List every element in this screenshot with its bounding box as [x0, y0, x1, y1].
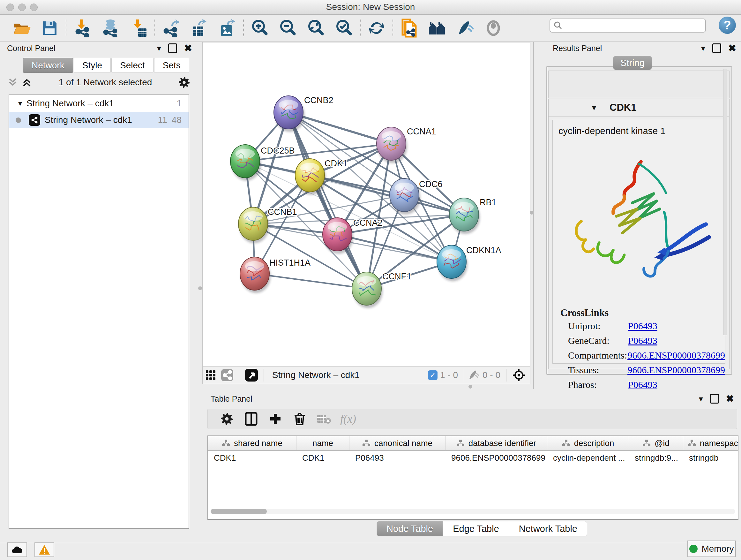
refresh-style-button[interactable] — [362, 17, 391, 39]
node-CDC6[interactable]: CDC6 — [390, 179, 443, 214]
import-network-from-database-button[interactable] — [96, 17, 125, 39]
tab-network[interactable]: Network — [23, 58, 73, 73]
node-CCNB1[interactable]: CCNB1 — [239, 207, 297, 243]
node-table[interactable]: shared name name canonical name database… — [207, 435, 738, 520]
delete-column-button[interactable] — [287, 410, 312, 428]
tab-network-table[interactable]: Network Table — [509, 521, 587, 537]
import-table-from-file-button[interactable] — [125, 17, 152, 39]
column-header[interactable]: shared name — [208, 436, 296, 450]
network-graph[interactable]: CCNB2CCNA1CDC25BCDK1CDC6RB1CCNB1CCNA2CDK… — [203, 43, 530, 366]
tissues-link[interactable]: 9606.ENSP00000378699 — [627, 365, 725, 375]
search-input[interactable] — [563, 20, 705, 31]
add-column-button[interactable] — [263, 410, 287, 428]
node-CDK1[interactable]: CDK1 — [295, 159, 347, 195]
zoom-window-button[interactable] — [30, 3, 38, 11]
panel-close-icon[interactable]: ✖ — [726, 394, 734, 403]
panel-float-icon[interactable] — [710, 394, 719, 403]
tab-sets[interactable]: Sets — [154, 58, 189, 73]
genecard-link[interactable]: P06493 — [628, 335, 657, 346]
node-HIST1H1A[interactable]: HIST1H1A — [240, 257, 311, 293]
warning-icon — [39, 545, 50, 555]
column-header[interactable]: database identifier — [446, 436, 547, 450]
zoom-in-button[interactable] — [246, 17, 274, 39]
tab-edge-table[interactable]: Edge Table — [443, 521, 509, 537]
panel-close-icon[interactable]: ✖ — [728, 44, 736, 53]
show-all-button[interactable] — [479, 17, 508, 39]
collection-count: 1 — [177, 98, 182, 109]
help-button[interactable]: ? — [719, 17, 736, 34]
panel-menu-icon[interactable]: ▾ — [701, 44, 705, 53]
toolbar-separator — [243, 19, 244, 37]
network-canvas[interactable]: CCNB2CCNA1CDC25BCDK1CDC6RB1CCNB1CCNA2CDK… — [202, 42, 530, 366]
splitter-handle[interactable] — [198, 287, 202, 290]
results-scrollbar[interactable] — [723, 69, 727, 335]
table-tabs: Node Table Edge Table Network Table — [377, 521, 587, 537]
right-splitter[interactable] — [530, 42, 533, 366]
navbar-separator — [506, 369, 507, 381]
zoom-fit-button[interactable] — [302, 17, 330, 39]
tree-expander-icon[interactable]: ▾ — [18, 99, 22, 108]
expand-all-icon[interactable] — [22, 78, 32, 87]
open-session-button[interactable] — [8, 17, 36, 39]
show-column-button[interactable] — [239, 410, 263, 428]
column-header[interactable]: @id — [629, 436, 683, 450]
cloud-status-button[interactable] — [7, 543, 27, 557]
selected-checkbox-icon[interactable]: ✓ — [428, 370, 437, 380]
panel-close-icon[interactable]: ✖ — [184, 44, 192, 53]
tab-node-table[interactable]: Node Table — [377, 521, 443, 537]
close-window-button[interactable] — [6, 3, 14, 11]
column-header[interactable]: canonical name — [349, 436, 446, 450]
panel-menu-icon[interactable]: ▾ — [157, 44, 161, 53]
zoom-out-button[interactable] — [274, 17, 302, 39]
uniprot-link[interactable]: P06493 — [628, 320, 657, 331]
gear-icon[interactable] — [178, 76, 190, 88]
node-CDKN1A[interactable]: CDKN1A — [437, 245, 501, 281]
tab-string[interactable]: String — [613, 56, 652, 70]
grid-view-button[interactable] — [205, 370, 216, 381]
zoom-out-icon — [279, 19, 297, 37]
section-expander-icon[interactable]: ▾ — [592, 103, 596, 113]
warnings-button[interactable] — [35, 543, 54, 557]
hidden-eye-icon[interactable] — [467, 370, 480, 381]
new-network-from-selection-button[interactable] — [395, 17, 423, 39]
export-table-button[interactable] — [185, 17, 213, 39]
compartments-link[interactable]: 9606.ENSP00000378699 — [627, 350, 725, 361]
zoom-fit-icon — [307, 19, 325, 37]
memory-button[interactable]: Memory — [687, 541, 736, 557]
hide-selected-button[interactable] — [451, 17, 479, 39]
birds-eye-view-button[interactable] — [512, 368, 526, 382]
column-header[interactable]: name — [296, 436, 349, 450]
table-settings-button[interactable] — [215, 410, 239, 428]
export-network-button[interactable] — [157, 17, 185, 39]
splitter-handle[interactable] — [468, 385, 472, 388]
minimize-window-button[interactable] — [18, 3, 26, 11]
function-builder-button[interactable]: f(x) — [336, 410, 360, 428]
save-session-button[interactable] — [36, 17, 64, 39]
panel-float-icon[interactable] — [712, 44, 721, 53]
column-header[interactable]: description — [547, 436, 629, 450]
table-horizontal-scrollbar[interactable] — [211, 509, 735, 514]
table-row[interactable]: CDK1 CDK1 P06493 9606.ENSP00000378699 cy… — [208, 451, 738, 465]
node-count: 11 — [158, 115, 167, 125]
delete-table-button[interactable] — [312, 410, 336, 428]
network-row[interactable]: String Network – cdk1 11 48 — [9, 112, 189, 128]
first-neighbors-button[interactable] — [423, 17, 451, 39]
pharos-link[interactable]: P06493 — [628, 379, 657, 390]
open-in-window-button[interactable] — [245, 369, 258, 381]
scrollbar-thumb[interactable] — [211, 509, 267, 514]
gene-section-header[interactable]: ▾ CDK1 — [549, 99, 729, 117]
selected-counts: 1 - 0 — [440, 370, 458, 380]
tab-style[interactable]: Style — [74, 58, 111, 73]
import-network-from-file-button[interactable] — [68, 17, 96, 39]
panel-float-icon[interactable] — [168, 44, 177, 53]
column-header[interactable]: namespace — [683, 436, 738, 450]
node-RB1[interactable]: RB1 — [449, 198, 496, 234]
network-style-button[interactable] — [221, 369, 233, 381]
export-image-button[interactable] — [213, 17, 241, 39]
panel-menu-icon[interactable]: ▾ — [699, 394, 703, 404]
network-collection-row[interactable]: ▾ String Network – cdk1 1 — [9, 95, 189, 112]
left-splitter[interactable] — [198, 42, 202, 543]
tab-select[interactable]: Select — [111, 58, 153, 73]
collapse-all-icon[interactable] — [8, 78, 18, 87]
zoom-selected-button[interactable] — [330, 17, 358, 39]
